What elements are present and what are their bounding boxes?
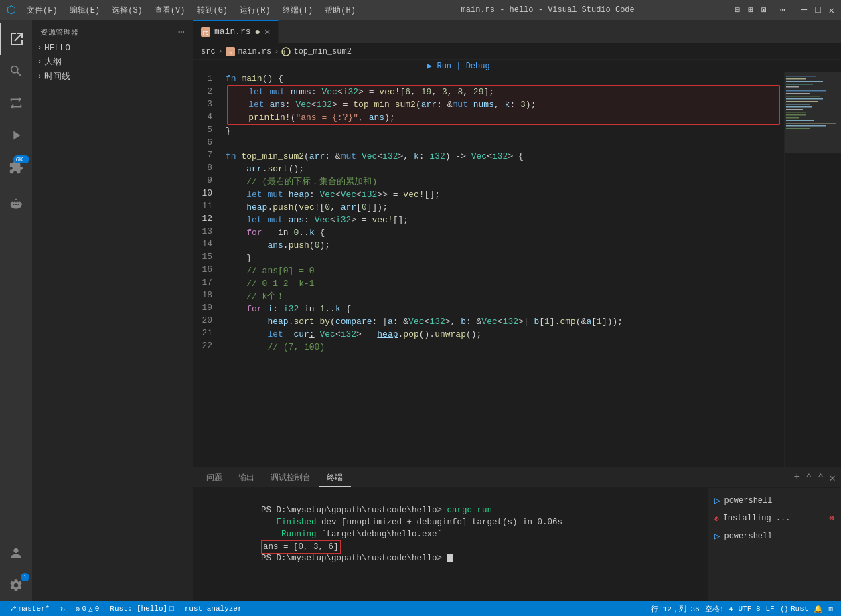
status-line-ending[interactable]: LF	[763, 601, 777, 616]
activity-run-debug[interactable]	[0, 119, 32, 151]
activity-docker[interactable]	[0, 189, 32, 221]
breadcrumb: src › rs main.rs › f top_min_sum2	[193, 44, 841, 60]
arrow-icon: ›	[37, 73, 42, 80]
terminal-run-icon: ▷	[714, 530, 720, 542]
breadcrumb-sep2: ›	[274, 47, 279, 56]
line-num-4: 4	[193, 110, 218, 123]
status-rust-hello[interactable]: Rust: [hello] □	[107, 601, 176, 616]
breadcrumb-fn[interactable]: top_min_sum2	[293, 47, 351, 56]
split-terminal-icon[interactable]: ⌃	[806, 471, 812, 485]
more-icon[interactable]: ⋯	[780, 5, 785, 16]
activity-source-control[interactable]	[0, 87, 32, 119]
right-panel-installing[interactable]: ⚙ Installing ... ⊗	[708, 510, 841, 526]
run-link[interactable]: ▶ Run	[427, 62, 451, 71]
menu-file[interactable]: 文件(F)	[21, 3, 63, 17]
statusbar: ⎇ master* ↻ ⊗ 0 △ 0 Rust: [hello] □ rust…	[0, 601, 841, 616]
terminal-panel: 问题 输出 调试控制台 终端 + ⌃ ⌃ ✕ PS D:\mysetup\gop…	[193, 467, 841, 601]
terminal-text: PS D:\mysetup\gopath\rustcode\hello> car…	[261, 506, 492, 515]
breadcrumb-src[interactable]: src	[201, 47, 216, 56]
layout-icon: ⊞	[828, 605, 833, 613]
activity-explorer[interactable]	[0, 23, 32, 55]
right-panel-powershell-2[interactable]: ▷ powershell	[708, 528, 841, 544]
tab-close-icon[interactable]: ✕	[264, 26, 270, 37]
menu-run[interactable]: 运行(R)	[234, 3, 276, 17]
activity-settings[interactable]: 1	[0, 569, 32, 601]
breadcrumb-file[interactable]: main.rs	[238, 47, 271, 56]
breadcrumb-file-icon: rs	[226, 47, 235, 56]
right-panel-powershell-1[interactable]: ▷ powershell	[708, 492, 841, 509]
minimize-button[interactable]: ─	[801, 5, 807, 16]
arrow-icon: ›	[37, 58, 42, 66]
activity-account[interactable]	[0, 537, 32, 569]
terminal-body[interactable]: PS D:\mysetup\gopath\rustcode\hello> car…	[193, 488, 707, 601]
status-line-col[interactable]: 行 12，列 36	[648, 601, 702, 616]
window-title: main.rs - hello - Visual Studio Code	[361, 5, 735, 15]
code-lines[interactable]: fn main() { let mut nums: Vec<i32> = vec…	[223, 72, 784, 467]
status-spaces[interactable]: 空格: 4	[702, 601, 736, 616]
tab-terminal[interactable]: 终端	[319, 469, 351, 487]
code-line-22: // (7, 100)	[226, 341, 781, 354]
language-label: Rust	[791, 605, 808, 613]
sidebar-item-outline[interactable]: › 大纲	[32, 54, 193, 69]
menu-view[interactable]: 查看(V)	[149, 3, 191, 17]
panel-icon[interactable]: ⊡	[761, 5, 767, 16]
debug-link[interactable]: Debug	[466, 62, 490, 71]
line-num-6: 6	[193, 136, 218, 149]
status-layout[interactable]: ⊞	[826, 601, 836, 616]
line-col-label: 行 12，列 36	[651, 604, 700, 614]
status-analyzer[interactable]: rust-analyzer	[182, 601, 245, 616]
menu-goto[interactable]: 转到(G)	[192, 3, 233, 17]
status-language[interactable]: ⟨⟩ Rust	[777, 601, 812, 616]
sidebar-item-label: 大纲	[44, 56, 62, 68]
sidebar-item-timeline[interactable]: › 时间线	[32, 69, 193, 84]
code-line-1: fn main() {	[226, 72, 781, 85]
line-num-7: 7	[193, 149, 218, 161]
minimap[interactable]	[784, 72, 841, 467]
tab-debug-console[interactable]: 调试控制台	[262, 469, 319, 486]
line-numbers: 1 2 3 4 5 6 7 8 9 10 11 12 13 14 15 16 1	[193, 72, 223, 467]
maximize-terminal-icon[interactable]: ⌃	[818, 471, 824, 485]
code-line-10: let mut heap: Vec<Vec<i32>> = vec![];	[226, 188, 781, 201]
maximize-button[interactable]: □	[815, 5, 820, 16]
sidebar-item-label: HELLO	[44, 43, 70, 53]
analyzer-label: rust-analyzer	[185, 605, 242, 613]
status-notifications[interactable]: 🔔	[811, 601, 826, 616]
git-branch-icon: ⎇	[8, 605, 17, 613]
sidebar-more-icon[interactable]: ⋯	[178, 25, 185, 39]
code-editor[interactable]: 1 2 3 4 5 6 7 8 9 10 11 12 13 14 15 16 1	[193, 72, 841, 467]
close-icon[interactable]: ⊗	[829, 513, 834, 524]
code-line-15: }	[226, 252, 781, 264]
svg-text:rs: rs	[202, 30, 209, 36]
run-debug-bar: ▶ Run | Debug	[193, 60, 841, 72]
status-errors[interactable]: ⊗ 0 △ 0	[73, 601, 102, 616]
menu-help[interactable]: 帮助(H)	[319, 3, 361, 17]
window-controls: ⊟ ⊞ ⊡ ⋯ ─ □ ✕	[735, 5, 834, 16]
status-sync[interactable]: ↻	[58, 601, 68, 616]
menu-select[interactable]: 选择(S)	[106, 3, 148, 17]
tab-output[interactable]: 输出	[230, 469, 262, 486]
add-terminal-icon[interactable]: +	[793, 471, 800, 485]
terminal-run-icon: ▷	[714, 495, 720, 506]
menu-edit[interactable]: 编辑(E)	[64, 3, 106, 17]
activity-extensions[interactable]: 6K+	[0, 151, 32, 183]
gear-icon: ⚙	[714, 514, 719, 523]
line-num-20: 20	[193, 314, 218, 327]
tab-main-rs[interactable]: rs main.rs ● ✕	[193, 20, 279, 44]
split-icon[interactable]: ⊞	[748, 5, 753, 16]
code-line-8: arr.sort();	[226, 163, 781, 175]
sidebar-tree: › HELLO › 大纲 › 时间线	[32, 42, 193, 601]
code-line-2: let mut nums: Vec<i32> = vec![6, 19, 3, …	[228, 86, 779, 98]
breadcrumb-fn-icon: f	[281, 47, 291, 56]
sidebar-item-hello[interactable]: › HELLO	[32, 42, 193, 54]
close-terminal-icon[interactable]: ✕	[829, 471, 836, 485]
status-branch[interactable]: ⎇ master*	[5, 601, 52, 616]
tab-label: main.rs	[214, 27, 251, 37]
titlebar-left: ⬡ 文件(F) 编辑(E) 选择(S) 查看(V) 转到(G) 运行(R) 终端…	[7, 3, 361, 17]
layout-icon[interactable]: ⊟	[735, 5, 740, 16]
code-line-20: heap.sort_by(compare: |a: &Vec<i32>, b: …	[226, 315, 781, 328]
status-encoding[interactable]: UTF-8	[736, 601, 763, 616]
close-button[interactable]: ✕	[829, 5, 834, 16]
menu-terminal[interactable]: 终端(T)	[277, 3, 319, 17]
activity-search[interactable]	[0, 55, 32, 87]
tab-problems[interactable]: 问题	[198, 469, 230, 486]
